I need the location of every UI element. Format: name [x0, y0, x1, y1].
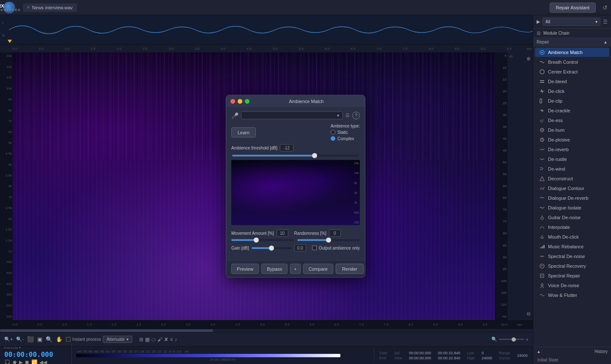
play-small-icon[interactable]: ▶ — [537, 19, 540, 24]
hammer-icon[interactable]: ≡ — [170, 337, 173, 342]
module-item-de-clip[interactable]: De-clip — [535, 96, 609, 106]
breath-control-label: Breath Control — [548, 60, 578, 65]
module-item-wow-flutter[interactable]: Wow & Flutter — [535, 291, 609, 300]
module-item-de-hum[interactable]: De-hum — [535, 125, 609, 135]
loop-icon[interactable]: 🔁 — [31, 359, 38, 364]
complex-radio[interactable] — [331, 136, 335, 141]
gain-row: Gain [dB] 0.0 Output ambience only — [231, 244, 360, 252]
module-item-voice-denoise[interactable]: Voice De-noise — [535, 281, 609, 290]
lasso-icon[interactable]: ⬭ — [151, 337, 156, 342]
gain-input[interactable]: 0.0 — [294, 244, 306, 252]
module-item-dialogue-isolate[interactable]: Dialogue Isolate — [535, 203, 609, 212]
zoom-out-icon[interactable]: 🔍- — [16, 337, 24, 342]
module-item-de-click[interactable]: De-click — [535, 87, 609, 96]
file-tab[interactable]: × News interview.wav — [23, 3, 77, 12]
compare-button[interactable]: Compare — [303, 264, 333, 274]
waveform-canvas[interactable]: L R — [0, 15, 533, 44]
module-item-guitar-denoise[interactable]: Guitar De-noise — [535, 213, 609, 222]
zoom-fit-icon[interactable]: ⬛ — [27, 336, 34, 342]
render-button[interactable]: Render — [336, 264, 364, 274]
bypass-button[interactable]: Bypass — [261, 264, 288, 274]
module-item-interpolate[interactable]: Interpolate — [535, 223, 609, 232]
module-item-de-bleed[interactable]: De-bleed — [535, 77, 609, 86]
repair-assistant-button[interactable]: Repair Assistant — [550, 3, 596, 13]
instant-process-checkbox[interactable] — [66, 337, 71, 342]
zoom-out-v-icon[interactable]: ⊖ — [526, 311, 531, 317]
mic2-icon[interactable]: ♪ — [175, 337, 177, 342]
module-item-ambience-match[interactable]: Ambience Match — [535, 48, 609, 57]
preset-dropdown[interactable]: ▾ — [241, 111, 343, 120]
module-item-music-rebalance[interactable]: Music Rebalance — [535, 242, 609, 251]
threshold-input[interactable]: -12 — [280, 144, 293, 152]
maximize-button[interactable] — [245, 99, 249, 103]
module-item-dialogue-contour[interactable]: Dialogue Contour — [535, 184, 609, 193]
voice-denoise-icon — [539, 283, 545, 288]
gain-slider[interactable] — [252, 247, 292, 249]
time-ruler: 0.0 0.5 1.0 1.5 2.0 2.5 3.0 3.5 4.0 4.5 … — [0, 45, 533, 52]
zoom-in-v-icon[interactable]: ⊕ — [526, 56, 531, 62]
randomness-input[interactable]: 0 — [329, 230, 341, 237]
module-item-spectral-denoise[interactable]: Spectral De-noise — [535, 252, 609, 261]
eraser-icon[interactable]: ✘ — [164, 337, 168, 342]
module-item-mouth-declick[interactable]: Mouth De-click — [535, 232, 609, 242]
zoom-sel2-icon[interactable]: 🔍 — [46, 336, 52, 342]
module-item-de-wind[interactable]: De-wind — [535, 164, 609, 174]
zoom-h-slider[interactable] — [499, 339, 524, 340]
module-item-de-reverb[interactable]: De-reverb — [535, 145, 609, 154]
module-item-de-crackle[interactable]: De-crackle — [535, 106, 609, 115]
pan-icon[interactable]: ✋ — [56, 336, 63, 342]
module-item-breath-control[interactable]: Breath Control — [535, 57, 609, 67]
threshold-thumb[interactable] — [312, 153, 317, 158]
spectrogram-canvas[interactable]: Ambience Match 🎤 ▾ ☰ ? — [13, 52, 495, 320]
randomness-slider[interactable] — [297, 239, 360, 241]
headphone-icon[interactable]: 🎧 — [4, 359, 11, 364]
all-filter-dropdown[interactable]: All ▾ — [543, 18, 600, 26]
close-button[interactable] — [230, 99, 235, 103]
list-icon[interactable]: ☰ — [345, 113, 350, 118]
module-item-de-rustle[interactable]: De-rustle — [535, 155, 609, 164]
plus-button[interactable]: + — [290, 264, 300, 274]
waveform-area[interactable]: L R — [0, 15, 533, 45]
rotate-icon[interactable]: ↺ — [603, 4, 608, 11]
grid2-icon[interactable]: ▦ — [145, 337, 150, 342]
randomness-thumb[interactable] — [326, 238, 331, 243]
movement-slider[interactable] — [231, 239, 294, 241]
gain-thumb[interactable] — [269, 245, 274, 250]
module-item-deconstruct[interactable]: Deconstruct — [535, 174, 609, 183]
static-radio[interactable] — [331, 130, 335, 135]
ambience-type: Ambience type: Static Complex — [331, 124, 360, 141]
grid-icon[interactable]: ⊞ — [139, 337, 143, 342]
attenuate-dropdown[interactable]: Attenuate ▾ — [103, 336, 132, 343]
module-item-de-ess[interactable]: sƒ De-ess — [535, 116, 609, 125]
module-item-spectral-repair[interactable]: Spectral Repair — [535, 271, 609, 280]
module-item-center-extract[interactable]: Center Extract — [535, 67, 609, 76]
stop-icon[interactable]: ⏹ — [25, 359, 30, 364]
module-item-spectral-recovery[interactable]: Spectral Recovery — [535, 261, 609, 271]
zoom-h-in-icon[interactable]: + — [526, 337, 529, 342]
module-item-de-plosive[interactable]: De-plosive — [535, 135, 609, 144]
output-only-checkbox[interactable] — [312, 246, 317, 250]
record-icon[interactable]: ⏺ — [12, 359, 17, 364]
horizontal-scrollbar[interactable] — [0, 329, 533, 332]
hamburger-icon[interactable]: ☰ — [603, 19, 608, 25]
zoom-in-icon[interactable]: 🔍+ — [4, 337, 13, 342]
scroll-thumb[interactable] — [0, 329, 213, 332]
zoom-sel-icon[interactable]: ▣ — [37, 336, 42, 342]
module-chain-label: Module Chain — [543, 31, 570, 35]
help-button[interactable]: ? — [352, 111, 360, 119]
rewind-icon[interactable]: ◀◀ — [39, 359, 47, 364]
movement-thumb[interactable] — [254, 238, 259, 243]
zoom-h-out-icon[interactable]: 🔍 — [491, 337, 497, 342]
play-icon[interactable]: ▶ — [19, 359, 23, 364]
movement-input[interactable]: 10 — [277, 230, 288, 237]
db-scale-bar: dB — [507, 52, 524, 320]
learn-button[interactable]: Learn — [231, 127, 256, 137]
brush-icon[interactable]: 🖌 — [157, 337, 162, 342]
minimize-button[interactable] — [238, 99, 242, 103]
module-item-dialogue-de-reverb[interactable]: Dialogue De-reverb — [535, 193, 609, 203]
complex-radio-row: Complex — [331, 136, 360, 141]
preview-button[interactable]: Preview — [231, 264, 259, 274]
threshold-slider[interactable] — [232, 155, 359, 157]
tab-close-icon[interactable]: × — [27, 5, 30, 10]
threshold-slider-container — [231, 155, 360, 157]
